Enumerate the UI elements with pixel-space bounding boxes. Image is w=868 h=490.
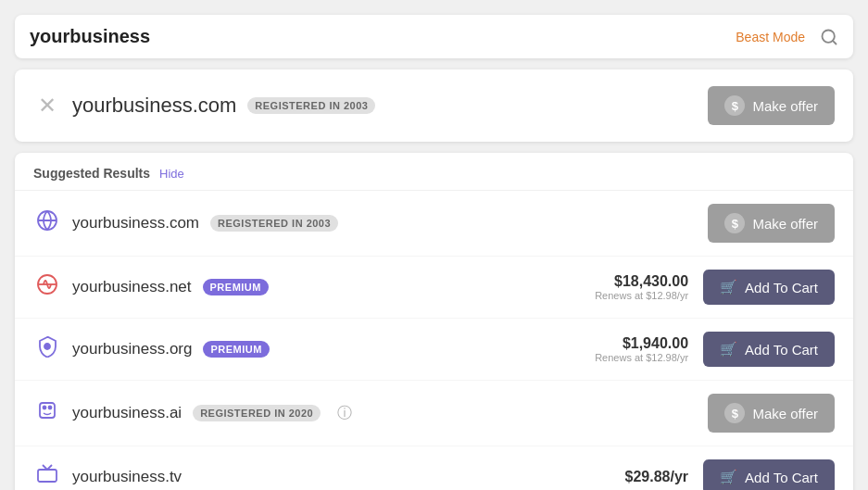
badge-com: REGISTERED IN 2003 <box>210 215 338 232</box>
main-make-offer-button[interactable]: $ Make offer <box>708 86 835 125</box>
main-domain-name: yourbusiness.com <box>72 94 236 118</box>
domain-name-tv: yourbusiness.tv <box>72 468 182 486</box>
price-net: $18,430.00 <box>595 273 688 290</box>
info-icon-ai[interactable]: ⓘ <box>337 404 352 423</box>
cart-icon-org: 🛒 <box>720 341 737 358</box>
add-cart-button-org[interactable]: 🛒 Add To Cart <box>703 332 835 367</box>
hide-link[interactable]: Hide <box>159 167 184 181</box>
suggested-title: Suggested Results <box>33 166 150 181</box>
domain-name-net: yourbusiness.net <box>72 278 192 296</box>
suggested-row-com: yourbusiness.com REGISTERED IN 2003 $ Ma… <box>15 191 853 257</box>
dollar-icon-com: $ <box>724 213 745 233</box>
svg-point-9 <box>49 407 52 409</box>
row-right-tv: $29.88/yr 🛒 Add To Cart <box>625 459 835 490</box>
price-block-org: $1,940.00 Renews at $12.98/yr <box>595 335 688 363</box>
suggested-card: Suggested Results Hide yourbusiness.com … <box>15 153 853 490</box>
svg-line-1 <box>833 40 837 44</box>
search-card: yourbusiness Beast Mode <box>15 15 853 58</box>
domain-name-com: yourbusiness.com <box>72 214 199 232</box>
add-cart-label-org: Add To Cart <box>745 342 818 358</box>
price-org: $1,940.00 <box>595 335 688 352</box>
suggested-row-net: yourbusiness.net PREMIUM $18,430.00 Rene… <box>15 257 853 319</box>
domain-name-ai: yourbusiness.ai <box>72 404 182 422</box>
globe-icon <box>33 209 61 237</box>
main-domain-badge: REGISTERED IN 2003 <box>247 97 375 114</box>
row-right-net: $18,430.00 Renews at $12.98/yr 🛒 Add To … <box>595 270 835 305</box>
price-block-net: $18,430.00 Renews at $12.98/yr <box>595 273 688 301</box>
suggested-row-org: yourbusiness.org PREMIUM $1,940.00 Renew… <box>15 319 853 381</box>
add-cart-button-net[interactable]: 🛒 Add To Cart <box>703 270 835 305</box>
renew-org: Renews at $12.98/yr <box>595 352 688 363</box>
badge-ai: REGISTERED IN 2020 <box>193 405 321 421</box>
domain-name-org: yourbusiness.org <box>72 340 192 358</box>
suggested-row-tv: yourbusiness.tv $29.88/yr 🛒 Add To Cart <box>15 446 853 490</box>
svg-rect-7 <box>40 403 55 418</box>
svg-point-8 <box>44 407 46 409</box>
ai-icon <box>33 399 61 427</box>
svg-rect-10 <box>38 470 57 482</box>
net-icon <box>33 273 61 301</box>
price-tv: $29.88/yr <box>625 469 689 485</box>
row-right-org: $1,940.00 Renews at $12.98/yr 🛒 Add To C… <box>595 332 835 367</box>
row-left-net: yourbusiness.net PREMIUM <box>33 273 269 301</box>
dollar-icon: $ <box>724 95 745 116</box>
cart-icon-net: 🛒 <box>720 279 737 295</box>
search-input-row: yourbusiness <box>30 26 736 47</box>
row-left-tv: yourbusiness.tv <box>33 463 182 490</box>
org-icon <box>33 335 61 363</box>
svg-point-6 <box>44 344 50 349</box>
make-offer-label-com: Make offer <box>752 216 818 232</box>
main-domain-left: ✕ yourbusiness.com REGISTERED IN 2003 <box>33 93 375 119</box>
search-query: yourbusiness <box>30 26 150 47</box>
suggested-row-ai: yourbusiness.ai REGISTERED IN 2020 ⓘ $ M… <box>15 381 853 446</box>
make-offer-button-com[interactable]: $ Make offer <box>708 204 835 243</box>
row-left-com: yourbusiness.com REGISTERED IN 2003 <box>33 209 338 237</box>
search-button[interactable] <box>820 28 838 46</box>
main-make-offer-label: Make offer <box>752 98 818 114</box>
row-left-ai: yourbusiness.ai REGISTERED IN 2020 ⓘ <box>33 399 352 427</box>
suggested-header: Suggested Results Hide <box>15 153 853 191</box>
beast-mode-link[interactable]: Beast Mode <box>736 30 805 44</box>
search-right: Beast Mode <box>736 28 838 46</box>
add-cart-button-tv[interactable]: 🛒 Add To Cart <box>703 459 835 490</box>
cart-icon-tv: 🛒 <box>720 469 737 485</box>
add-cart-label-tv: Add To Cart <box>745 470 818 485</box>
badge-net: PREMIUM <box>203 279 269 295</box>
add-cart-label-net: Add To Cart <box>745 280 818 295</box>
close-icon: ✕ <box>33 93 61 119</box>
make-offer-label-ai: Make offer <box>752 406 818 421</box>
tv-icon <box>33 463 61 490</box>
badge-org: PREMIUM <box>203 341 269 358</box>
dollar-icon-ai: $ <box>724 403 745 423</box>
renew-net: Renews at $12.98/yr <box>595 290 688 301</box>
row-left-org: yourbusiness.org PREMIUM <box>33 335 270 363</box>
make-offer-button-ai[interactable]: $ Make offer <box>708 394 835 433</box>
main-domain-card: ✕ yourbusiness.com REGISTERED IN 2003 $ … <box>15 69 853 142</box>
